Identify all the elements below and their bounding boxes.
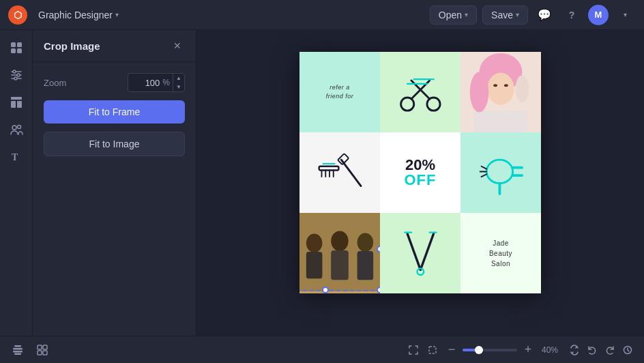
svg-rect-12: [17, 101, 22, 108]
fit-to-image-button[interactable]: Fit to Image: [44, 132, 185, 156]
restore-button[interactable]: [566, 342, 583, 358]
discount-off: OFF: [405, 173, 437, 188]
canvas-cell-4: [299, 132, 380, 213]
save-button[interactable]: Save ▾: [482, 5, 528, 25]
svg-point-7: [13, 70, 16, 73]
svg-rect-59: [13, 351, 23, 353]
sidebar-adjustments-icon[interactable]: [4, 63, 29, 87]
fit-selection-button[interactable]: [424, 342, 441, 358]
pink-hair-svg: [460, 52, 541, 132]
svg-rect-60: [14, 345, 21, 347]
canvas-cell-1: refer afriend for: [299, 52, 380, 132]
zoom-up-button[interactable]: ▲: [173, 74, 184, 83]
canvas-cell-7: [299, 213, 380, 293]
svg-rect-36: [338, 154, 349, 164]
svg-rect-61: [14, 353, 21, 355]
zoom-slider-thumb[interactable]: [475, 346, 483, 354]
grid-svg: [37, 345, 48, 355]
svg-line-35: [341, 160, 361, 186]
svg-rect-65: [43, 351, 47, 355]
people-svg: [10, 123, 23, 136]
save-chevron: ▾: [516, 11, 519, 18]
help-icon-button[interactable]: ?: [561, 4, 583, 26]
panel-header: Crop Image ✕: [33, 30, 196, 62]
sidebar-people-icon[interactable]: [4, 117, 29, 142]
svg-point-13: [12, 126, 16, 130]
women-svg: [299, 213, 380, 293]
zoom-in-button[interactable]: +: [520, 342, 536, 358]
pink-hair-photo: [460, 52, 541, 132]
zoom-input[interactable]: [128, 76, 161, 90]
svg-point-29: [504, 84, 508, 87]
canvas-cell-6: [460, 132, 541, 213]
svg-rect-66: [429, 347, 436, 353]
svg-line-53: [407, 233, 420, 270]
text-svg: T: [10, 150, 23, 164]
layout-svg: [10, 96, 23, 109]
zoom-controls: − + 40%: [405, 342, 561, 358]
svg-point-9: [14, 77, 17, 80]
discount-text: 20% OFF: [405, 158, 437, 188]
left-sidebar: T: [0, 30, 33, 336]
zoom-down-button[interactable]: ▼: [173, 83, 184, 91]
canvas-cell-2: [380, 52, 460, 132]
salon-text: Jade Beauty Salon: [489, 238, 512, 269]
fit-selection-svg: [428, 345, 437, 355]
zoom-arrows: ▲ ▼: [173, 74, 184, 91]
app-title-label: Graphic Designer: [38, 10, 113, 20]
zoom-slider[interactable]: [463, 349, 517, 351]
v-razor-icon: [394, 227, 447, 280]
open-chevron: ▾: [465, 11, 468, 18]
scissors-icon: [394, 66, 447, 119]
svg-point-38: [486, 160, 512, 184]
svg-rect-1: [17, 42, 22, 47]
svg-rect-11: [11, 101, 16, 108]
account-chevron-button[interactable]: ▾: [614, 4, 636, 26]
app-title-chevron: ▾: [115, 11, 119, 18]
zoom-label: Zoom: [44, 78, 66, 88]
bottom-right-icons: [566, 342, 636, 358]
topbar: ⬡ Graphic Designer ▾ Open ▾ Save ▾ 💬 ? M…: [0, 0, 644, 30]
panel-close-button[interactable]: ✕: [170, 38, 185, 53]
bottom-bar: − + 40%: [0, 336, 644, 363]
undo-button[interactable]: [584, 342, 600, 358]
zoom-unit: %: [161, 78, 173, 87]
zoom-out-button[interactable]: −: [443, 342, 460, 358]
canvas-cell-3: [460, 52, 541, 132]
fit-to-frame-button[interactable]: Fit to Frame: [44, 100, 185, 124]
crop-image-panel: Crop Image ✕ Zoom % ▲ ▼ Fit to Frame Fit…: [33, 30, 196, 336]
svg-text:T: T: [12, 152, 18, 162]
discount-percent: 20%: [405, 158, 437, 173]
svg-line-44: [481, 174, 486, 177]
history-svg: [622, 345, 633, 355]
canvas-cell-8: [380, 213, 460, 293]
svg-rect-58: [13, 348, 23, 350]
redo-button[interactable]: [602, 342, 618, 358]
avatar[interactable]: M: [588, 5, 609, 25]
fit-screen-button[interactable]: [405, 342, 422, 358]
refer-text: refer afriend for: [321, 78, 360, 106]
zoom-row: Zoom % ▲ ▼: [44, 73, 185, 92]
sidebar-elements-icon[interactable]: [4, 35, 29, 60]
salon-beauty: Beauty: [489, 248, 512, 259]
canvas-area: refer afriend for: [196, 30, 644, 336]
redo-svg: [604, 345, 615, 355]
svg-rect-2: [11, 48, 16, 53]
open-button[interactable]: Open ▾: [430, 5, 477, 25]
layers-icon[interactable]: [8, 340, 27, 360]
undo-svg: [587, 345, 598, 355]
sidebar-layout-icon[interactable]: [4, 90, 29, 115]
svg-rect-10: [11, 97, 22, 100]
fit-screen-svg: [409, 345, 418, 355]
history-button[interactable]: [619, 342, 636, 358]
canvas-cell-9: Jade Beauty Salon: [460, 213, 541, 293]
svg-rect-25: [474, 111, 528, 132]
sidebar-text-icon[interactable]: T: [4, 145, 29, 169]
app-title-button[interactable]: Graphic Designer ▾: [33, 7, 124, 23]
grid-view-icon[interactable]: [33, 340, 52, 360]
message-icon-button[interactable]: 💬: [533, 4, 555, 26]
svg-rect-64: [38, 351, 42, 355]
svg-point-27: [516, 75, 529, 102]
restore-svg: [569, 345, 580, 355]
app-logo[interactable]: ⬡: [8, 5, 27, 25]
